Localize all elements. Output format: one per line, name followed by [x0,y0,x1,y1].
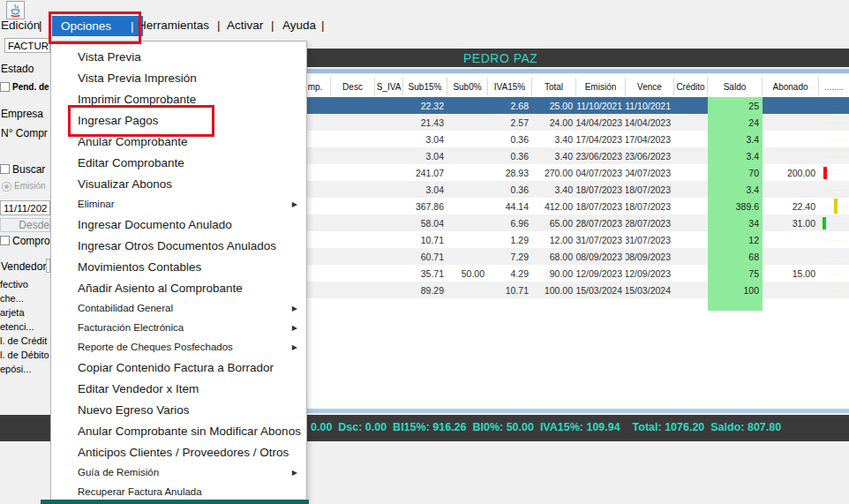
menu-herramientas[interactable]: Herramientas [138,19,209,32]
options-menu-item[interactable]: Nuevo Egreso Varios [51,399,306,420]
options-menu-item[interactable]: Vista Previa Impresión [51,67,306,88]
cell-abono-indicator [819,97,849,114]
cell-emision: 15/03/2024 [576,282,626,298]
table-row[interactable]: 3.04 0.36 3.40 17/04/2023 17/04/2023 3.4 [300,131,849,147]
options-menu-item[interactable]: Visualizar Abonos [51,173,306,194]
cell-abono-indicator [819,198,849,214]
options-menu-item[interactable]: Anular Comprobante [51,131,306,152]
buscar-checkbox[interactable] [0,164,10,174]
options-menu-item[interactable]: Editar Vendedor x Item [51,378,306,399]
options-menu-item[interactable]: Añadir Asiento al Comprobante [51,277,306,298]
cell-total: 65.00 [532,214,576,231]
cell-abonado [763,248,819,265]
table-row[interactable]: 60.71 7.29 68.00 08/09/2023 08/09/2023 6… [300,248,849,265]
menu-item-label: Reporte de Cheques Posfechados [78,342,233,352]
cell-s-iva [375,231,403,248]
table-row[interactable]: 3.04 0.36 3.40 23/06/2023 23/06/2023 3.4 [300,147,849,164]
cell-total: 68.00 [532,248,576,265]
column-header[interactable]: ........ [819,78,849,95]
cell-credito [674,131,708,147]
column-header[interactable]: Total [532,78,576,95]
cell-abonado [763,97,819,114]
options-menu-item[interactable]: Editar Comprobante [51,152,306,173]
column-header[interactable]: S_IVA [375,78,403,95]
options-menu-item[interactable]: Contabilidad General ▶ [51,298,306,318]
table-row[interactable]: 58.04 6.96 65.00 28/07/2023 28/07/2023 3… [300,214,849,231]
column-header[interactable]: Vence [626,78,674,95]
cell-sub15: 241.07 [403,164,447,181]
table-row[interactable]: 241.07 28.93 270.00 04/07/2023 04/07/202… [300,164,849,181]
table-row[interactable] [300,298,849,311]
cell-sub15: 22.32 [403,97,447,114]
column-header[interactable]: IVA15% [488,78,532,95]
cell-desc [331,198,375,214]
table-body: 22.32 2.68 25.00 11/10/2021 11/10/2021 2… [300,97,849,311]
table-row[interactable]: 35.71 50.00 4.29 90.00 12/09/2023 12/09/… [300,265,849,282]
table-row[interactable]: 10.71 1.29 12.00 31/07/2023 31/07/2023 1… [300,231,849,248]
column-header[interactable]: Desc [331,78,375,95]
column-header[interactable]: Abonado [763,78,819,95]
cell-total: 90.00 [532,265,576,282]
table-row[interactable]: 21.43 2.57 24.00 14/04/2023 14/04/2023 2… [300,114,849,131]
menu-activar[interactable]: Activar [227,19,263,32]
cell-saldo: 3.4 [708,181,763,198]
cell-total: 3.40 [532,131,576,147]
options-menu-item[interactable]: Eliminar ▶ [51,194,306,214]
cell-sub0 [447,147,488,164]
options-menu: Vista Previa Vista Previa Impresión Impr… [50,41,307,501]
cell-desc [331,248,375,265]
menu-edicion[interactable]: Edición [1,19,40,32]
compro-checkbox[interactable] [0,236,10,245]
options-menu-item[interactable]: Vista Previa [51,46,306,67]
options-menu-item[interactable]: Guía de Remisión ▶ [51,463,306,482]
cell-saldo: 3.4 [708,147,763,164]
column-header[interactable]: Crédito [674,78,708,95]
cell-s-iva [375,131,403,147]
cell-abonado [763,147,819,164]
pend-checkbox[interactable] [0,82,10,92]
options-menu-item[interactable]: Anular Comprobante sin Modificar Abonos [51,420,306,441]
date-from-input[interactable]: 11/11/202 [0,200,50,215]
cell-sub0 [447,231,488,248]
cell-sub0 [447,131,488,147]
table-row[interactable]: 3.04 0.36 3.40 18/07/2023 18/07/2023 3.4 [300,181,849,198]
options-menu-item[interactable]: Copiar Contenido Factura a Borrador [51,357,306,378]
cell-vence: 11/10/2021 [626,97,674,114]
cell-sub15 [403,298,447,311]
table-row[interactable]: 22.32 2.68 25.00 11/10/2021 11/10/2021 2… [300,97,849,114]
menu-ayuda[interactable]: Ayuda [282,19,316,32]
table-header-row: mp.DescS_IVASub15%Sub0%IVA15%TotalEmisió… [300,78,849,95]
options-menu-item[interactable]: Ingresar Documento Anulado [51,214,306,235]
cell-sub15: 58.04 [403,214,447,231]
options-menu-item[interactable]: Movimientos Contables [51,256,306,277]
column-header[interactable]: Emisión [576,78,626,95]
doc-type-dropdown[interactable]: FACTUR [4,38,50,53]
cell-abono-indicator [819,298,849,311]
table-row[interactable]: 367.86 44.14 412.00 18/07/2023 18/07/202… [300,198,849,214]
options-menu-item[interactable]: Imprimir Comprobante [51,88,306,109]
submenu-arrow-icon: ▶ [292,324,297,332]
options-menu-item[interactable]: Anticipos Clientes / Proveedores / Otros [51,441,306,463]
cell-saldo: 24 [708,114,763,131]
cell-vence: 15/03/2024 [626,282,674,298]
options-menu-item[interactable]: Ingresar Pagos [51,109,306,131]
column-header[interactable]: Sub0% [447,78,488,95]
emision-radio[interactable] [2,182,11,192]
options-menu-item[interactable]: Recuperar Factura Anulada [51,482,306,501]
cell-iva15: 0.36 [488,131,532,147]
cell-abonado: 15.00 [763,265,819,282]
num-comp-label: N° Compr [1,127,48,139]
options-menu-item[interactable]: Facturación Electrónica ▶ [51,318,306,337]
cell-vence: 31/07/2023 [626,231,674,248]
column-header[interactable]: Sub15% [403,78,447,95]
cell-abonado [763,298,819,311]
table-row[interactable]: 89.29 10.71 100.00 15/03/2024 15/03/2024… [300,282,849,298]
options-menu-item[interactable]: Ingresar Otros Documentos Anulados [51,235,306,256]
cell-desc [331,282,375,298]
options-menu-item[interactable]: Reporte de Cheques Posfechados ▶ [51,337,306,357]
submenu-arrow-icon: ▶ [292,200,297,208]
menu-opciones[interactable]: Opciones | [52,16,143,36]
estado-label: Estado [1,63,34,75]
column-header[interactable]: Saldo [708,78,763,95]
cell-desc [331,114,375,131]
